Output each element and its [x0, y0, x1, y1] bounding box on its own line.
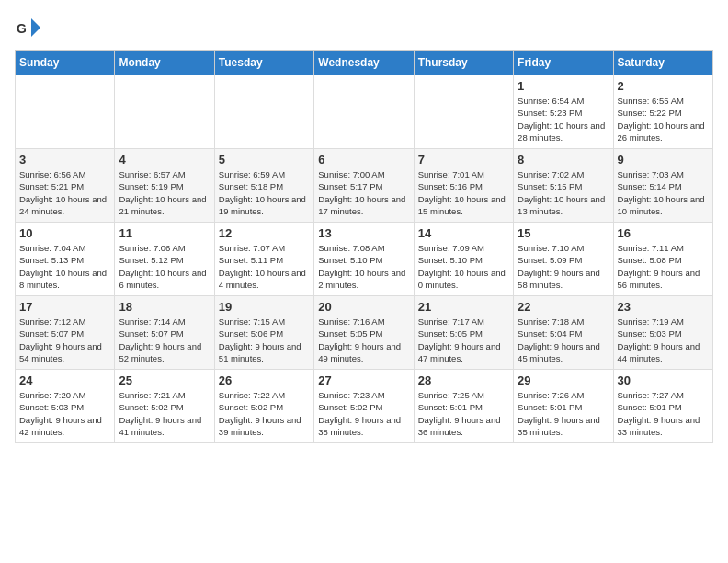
day-info: Sunrise: 7:14 AM Sunset: 5:07 PM Dayligh… — [119, 316, 210, 364]
calendar-cell: 16Sunrise: 7:11 AM Sunset: 5:08 PM Dayli… — [613, 223, 712, 296]
day-number: 2 — [618, 79, 709, 93]
calendar-cell: 22Sunrise: 7:18 AM Sunset: 5:04 PM Dayli… — [514, 296, 613, 370]
calendar-cell: 3Sunrise: 6:56 AM Sunset: 5:21 PM Daylig… — [16, 149, 115, 223]
calendar-cell: 6Sunrise: 7:00 AM Sunset: 5:17 PM Daylig… — [314, 149, 414, 223]
day-info: Sunrise: 7:27 AM Sunset: 5:01 PM Dayligh… — [618, 389, 709, 438]
day-number: 22 — [518, 300, 609, 314]
calendar-cell: 21Sunrise: 7:17 AM Sunset: 5:05 PM Dayli… — [414, 296, 513, 370]
calendar-cell: 9Sunrise: 7:03 AM Sunset: 5:14 PM Daylig… — [613, 149, 712, 223]
day-number: 19 — [219, 300, 310, 314]
calendar-cell: 14Sunrise: 7:09 AM Sunset: 5:10 PM Dayli… — [414, 223, 513, 296]
day-info: Sunrise: 6:59 AM Sunset: 5:18 PM Dayligh… — [219, 168, 310, 217]
day-number: 14 — [418, 226, 509, 240]
day-number: 7 — [418, 153, 509, 167]
day-number: 12 — [219, 226, 310, 240]
calendar-cell: 30Sunrise: 7:27 AM Sunset: 5:01 PM Dayli… — [613, 370, 712, 443]
calendar-cell: 4Sunrise: 6:57 AM Sunset: 5:19 PM Daylig… — [115, 149, 214, 223]
day-info: Sunrise: 7:12 AM Sunset: 5:07 PM Dayligh… — [19, 316, 110, 364]
day-header-wednesday: Wednesday — [314, 51, 414, 75]
day-number: 17 — [19, 300, 110, 314]
day-info: Sunrise: 6:55 AM Sunset: 5:22 PM Dayligh… — [618, 95, 709, 144]
day-info: Sunrise: 7:06 AM Sunset: 5:12 PM Dayligh… — [119, 242, 210, 291]
calendar-cell: 29Sunrise: 7:26 AM Sunset: 5:01 PM Dayli… — [514, 370, 613, 443]
day-number: 27 — [318, 373, 409, 387]
day-info: Sunrise: 6:56 AM Sunset: 5:21 PM Dayligh… — [19, 168, 110, 217]
calendar-cell: 26Sunrise: 7:22 AM Sunset: 5:02 PM Dayli… — [214, 370, 313, 443]
calendar-cell: 2Sunrise: 6:55 AM Sunset: 5:22 PM Daylig… — [613, 75, 712, 149]
calendar-cell: 8Sunrise: 7:02 AM Sunset: 5:15 PM Daylig… — [514, 149, 613, 223]
day-number: 5 — [219, 153, 310, 167]
calendar-cell: 15Sunrise: 7:10 AM Sunset: 5:09 PM Dayli… — [514, 223, 613, 296]
day-number: 13 — [318, 226, 409, 240]
day-number: 30 — [618, 373, 709, 387]
day-info: Sunrise: 7:03 AM Sunset: 5:14 PM Dayligh… — [618, 168, 709, 217]
day-number: 8 — [518, 153, 609, 167]
calendar-cell — [16, 75, 115, 149]
logo: G — [15, 15, 44, 40]
calendar-cell — [115, 75, 214, 149]
calendar-cell: 10Sunrise: 7:04 AM Sunset: 5:13 PM Dayli… — [16, 223, 115, 296]
day-info: Sunrise: 7:00 AM Sunset: 5:17 PM Dayligh… — [318, 168, 409, 217]
day-number: 18 — [119, 300, 210, 314]
day-header-thursday: Thursday — [414, 51, 513, 75]
svg-text:G: G — [17, 21, 27, 36]
day-number: 1 — [518, 79, 609, 93]
day-number: 4 — [119, 153, 210, 167]
week-row-5: 24Sunrise: 7:20 AM Sunset: 5:03 PM Dayli… — [16, 370, 713, 443]
day-info: Sunrise: 7:07 AM Sunset: 5:11 PM Dayligh… — [219, 242, 310, 291]
week-row-2: 3Sunrise: 6:56 AM Sunset: 5:21 PM Daylig… — [16, 149, 713, 223]
day-info: Sunrise: 7:10 AM Sunset: 5:09 PM Dayligh… — [518, 242, 609, 291]
calendar-header-row: SundayMondayTuesdayWednesdayThursdayFrid… — [16, 51, 713, 75]
logo-icon: G — [15, 15, 40, 40]
day-header-monday: Monday — [115, 51, 214, 75]
calendar-cell — [414, 75, 513, 149]
day-info: Sunrise: 7:01 AM Sunset: 5:16 PM Dayligh… — [418, 168, 509, 217]
day-info: Sunrise: 7:19 AM Sunset: 5:03 PM Dayligh… — [618, 316, 709, 364]
calendar-cell: 19Sunrise: 7:15 AM Sunset: 5:06 PM Dayli… — [214, 296, 313, 370]
day-number: 28 — [418, 373, 509, 387]
calendar-cell: 25Sunrise: 7:21 AM Sunset: 5:02 PM Dayli… — [115, 370, 214, 443]
day-header-sunday: Sunday — [16, 51, 115, 75]
day-number: 16 — [618, 226, 709, 240]
calendar-cell: 5Sunrise: 6:59 AM Sunset: 5:18 PM Daylig… — [214, 149, 313, 223]
day-info: Sunrise: 7:21 AM Sunset: 5:02 PM Dayligh… — [119, 389, 210, 438]
day-info: Sunrise: 7:09 AM Sunset: 5:10 PM Dayligh… — [418, 242, 509, 291]
week-row-4: 17Sunrise: 7:12 AM Sunset: 5:07 PM Dayli… — [16, 296, 713, 370]
day-number: 21 — [418, 300, 509, 314]
calendar-table: SundayMondayTuesdayWednesdayThursdayFrid… — [15, 50, 713, 443]
day-info: Sunrise: 6:57 AM Sunset: 5:19 PM Dayligh… — [119, 168, 210, 217]
day-number: 20 — [318, 300, 409, 314]
calendar-cell: 18Sunrise: 7:14 AM Sunset: 5:07 PM Dayli… — [115, 296, 214, 370]
day-info: Sunrise: 7:08 AM Sunset: 5:10 PM Dayligh… — [318, 242, 409, 291]
day-info: Sunrise: 6:54 AM Sunset: 5:23 PM Dayligh… — [518, 95, 609, 144]
day-number: 15 — [518, 226, 609, 240]
week-row-3: 10Sunrise: 7:04 AM Sunset: 5:13 PM Dayli… — [16, 223, 713, 296]
calendar-cell: 1Sunrise: 6:54 AM Sunset: 5:23 PM Daylig… — [514, 75, 613, 149]
day-info: Sunrise: 7:25 AM Sunset: 5:01 PM Dayligh… — [418, 389, 509, 438]
day-number: 11 — [119, 226, 210, 240]
calendar-cell: 28Sunrise: 7:25 AM Sunset: 5:01 PM Dayli… — [414, 370, 513, 443]
svg-marker-1 — [31, 18, 40, 37]
day-number: 23 — [618, 300, 709, 314]
day-info: Sunrise: 7:26 AM Sunset: 5:01 PM Dayligh… — [518, 389, 609, 438]
calendar-cell: 12Sunrise: 7:07 AM Sunset: 5:11 PM Dayli… — [214, 223, 313, 296]
day-number: 25 — [119, 373, 210, 387]
day-info: Sunrise: 7:23 AM Sunset: 5:02 PM Dayligh… — [318, 389, 409, 438]
day-info: Sunrise: 7:16 AM Sunset: 5:05 PM Dayligh… — [318, 316, 409, 364]
week-row-1: 1Sunrise: 6:54 AM Sunset: 5:23 PM Daylig… — [16, 75, 713, 149]
calendar-cell — [214, 75, 313, 149]
page-header: G — [15, 15, 713, 40]
day-header-tuesday: Tuesday — [214, 51, 313, 75]
day-number: 10 — [19, 226, 110, 240]
day-info: Sunrise: 7:20 AM Sunset: 5:03 PM Dayligh… — [19, 389, 110, 438]
day-info: Sunrise: 7:22 AM Sunset: 5:02 PM Dayligh… — [219, 389, 310, 438]
calendar-cell: 23Sunrise: 7:19 AM Sunset: 5:03 PM Dayli… — [613, 296, 712, 370]
day-number: 29 — [518, 373, 609, 387]
calendar-body: 1Sunrise: 6:54 AM Sunset: 5:23 PM Daylig… — [16, 75, 713, 443]
day-info: Sunrise: 7:04 AM Sunset: 5:13 PM Dayligh… — [19, 242, 110, 291]
day-number: 26 — [219, 373, 310, 387]
day-header-friday: Friday — [514, 51, 613, 75]
calendar-cell — [314, 75, 414, 149]
calendar-cell: 7Sunrise: 7:01 AM Sunset: 5:16 PM Daylig… — [414, 149, 513, 223]
day-header-saturday: Saturday — [613, 51, 712, 75]
